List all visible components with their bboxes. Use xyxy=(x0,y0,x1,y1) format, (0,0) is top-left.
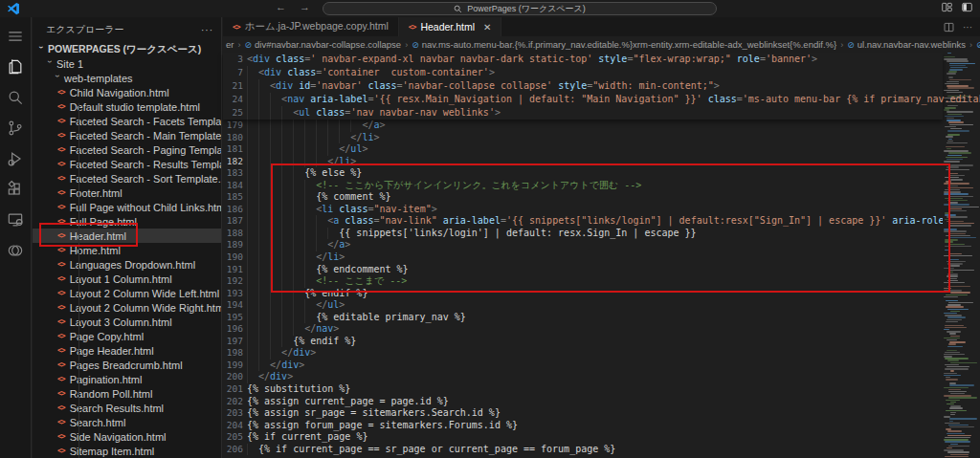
file-item[interactable]: <>Faceted Search - Main Template.html xyxy=(33,128,221,142)
symbol-element-icon: ⊘ xyxy=(412,40,419,50)
activity-remote-explorer-icon[interactable] xyxy=(0,205,32,235)
code-line-206[interactable]: 206{% if current_page == sr_page or curr… xyxy=(223,444,943,456)
code-line-3[interactable]: 3<div class=' navbar-expand-xl navbar na… xyxy=(223,53,943,66)
code-line-190[interactable]: 190</li> xyxy=(223,251,943,264)
code-line-204[interactable]: 204{% assign forum_page = sitemarkers.Fo… xyxy=(223,420,943,432)
close-icon[interactable]: ✕ xyxy=(483,22,491,33)
file-item[interactable]: <>Faceted Search - Results Template.html xyxy=(33,157,221,171)
customize-layout-icon[interactable] xyxy=(942,2,952,12)
code-line-192[interactable]: 192<!-- ここまで --> xyxy=(223,275,943,288)
file-item[interactable]: <>Faceted Search - Facets Template.html xyxy=(33,114,221,128)
code-line-199[interactable]: 199</div> xyxy=(223,360,943,372)
file-item[interactable]: <>Sitemap Item.html xyxy=(33,444,221,458)
code-line-21[interactable]: 21<div id='navbar' class='navbar-collaps… xyxy=(223,79,943,93)
code-line-186[interactable]: 186<li class="nav-item"> xyxy=(223,204,943,216)
code-line-193[interactable]: 193{% endif %} xyxy=(223,288,943,300)
line-content: {% endif %} xyxy=(247,336,356,348)
file-item[interactable]: <>Page Header.html xyxy=(33,343,221,358)
file-item[interactable]: <>Side Navigation.html xyxy=(33,429,221,444)
code-line-201[interactable]: 201{% substitution %} xyxy=(223,383,943,396)
code-line-181[interactable]: 181</ul> xyxy=(223,143,943,156)
code-line-194[interactable]: 194</ul> xyxy=(223,299,943,312)
file-item[interactable]: <>Faceted Search - Paging Template.html xyxy=(33,142,221,157)
explorer-sidebar: エクスプローラー ··· › POWERPAGES (ワークスペース) › Si… xyxy=(33,17,222,458)
file-item[interactable]: <>Layout 1 Column.html xyxy=(33,272,221,286)
breadcrumb-item[interactable]: ⊘div#navbar.navbar-collapse.collapse xyxy=(244,39,401,50)
activity-extensions-icon[interactable] xyxy=(0,174,32,205)
activity-run-debug-icon[interactable] xyxy=(0,143,32,174)
breadcrumb-item[interactable]: ⊘ul.nav.navbar-nav.weblinks xyxy=(847,39,966,50)
file-item[interactable]: <>Footer.html xyxy=(33,185,221,200)
file-item[interactable]: <>Pagination.html xyxy=(33,372,221,386)
file-item[interactable]: <>Layout 2 Column Wide Right.html xyxy=(33,300,221,315)
code-line-182[interactable]: 182</li> xyxy=(223,156,943,168)
tab-Header.html[interactable]: <>Header.html✕ xyxy=(399,17,502,36)
file-item[interactable]: <>Default studio template.html xyxy=(33,99,221,114)
code-line-200[interactable]: 200</div> xyxy=(223,371,943,383)
file-item[interactable]: <>Random Poll.html xyxy=(33,386,221,401)
forward-arrow-icon[interactable]: → xyxy=(300,1,310,12)
file-item[interactable]: <>Layout 2 Column Wide Left.html xyxy=(33,286,221,300)
file-item[interactable]: <>Home.html xyxy=(33,243,221,257)
code-line-187[interactable]: 187<a class="nav-link" aria-label='{{ sn… xyxy=(223,215,943,228)
code-line-203[interactable]: 203{% assign sr_page = sitemarkers.Searc… xyxy=(223,407,943,420)
back-arrow-icon[interactable]: ← xyxy=(276,1,286,12)
code-line-189[interactable]: 189</a> xyxy=(223,239,943,251)
line-number: 201 xyxy=(223,383,243,396)
file-item[interactable]: <>Search.html xyxy=(33,415,221,429)
workspace-root[interactable]: › POWERPAGES (ワークスペース) xyxy=(33,42,221,56)
file-item[interactable]: <>Pages Breadcrumb.html xyxy=(33,358,221,372)
file-item[interactable]: <>Search Results.html xyxy=(33,401,221,415)
activity-power-platform-icon[interactable] xyxy=(0,235,32,266)
code-line-179[interactable]: 179</a> xyxy=(223,120,943,132)
breadcrumb-item[interactable]: er xyxy=(226,39,234,50)
file-item[interactable]: <>Header.html xyxy=(33,229,221,243)
activity-source-control-icon[interactable] xyxy=(0,113,32,143)
code-line-205[interactable]: 205{% if current_page %} xyxy=(223,431,943,444)
activity-search-icon[interactable] xyxy=(0,82,32,113)
code-line-191[interactable]: 191{% endcomment %} xyxy=(223,264,943,276)
code-line-24[interactable]: 24<nav aria-label='{{ resx.Main_Navigati… xyxy=(223,93,943,106)
code-line-184[interactable]: 184<!-- ここから下がサインインリンク。これをコメントアウトで囲む --> xyxy=(223,180,943,192)
file-item[interactable]: <>Layout 3 Column.html xyxy=(33,315,221,329)
file-item[interactable]: <>Faceted Search - Sort Template.html xyxy=(33,171,221,185)
line-content: <!-- ここから下がサインインリンク。これをコメントアウトで囲む --> xyxy=(247,180,641,192)
code-line-183[interactable]: 183{% else %} xyxy=(223,167,943,180)
line-number: 205 xyxy=(223,431,243,444)
file-item[interactable]: <>Full Page.html xyxy=(33,214,221,229)
code-line-198[interactable]: 198</div> xyxy=(223,347,943,360)
code-line-197[interactable]: 197{% endif %} xyxy=(223,336,943,348)
file-item[interactable]: <>Page Copy.html xyxy=(33,329,221,343)
code-line-202[interactable]: 202{% assign current_page = page.id %} xyxy=(223,396,943,408)
file-name: Languages Dropdown.html xyxy=(70,259,195,271)
command-center-search[interactable]: PowerPages (ワークスペース) xyxy=(323,2,717,15)
code-line-185[interactable]: 185{% comment %} xyxy=(223,191,943,204)
file-item[interactable]: <>Languages Dropdown.html xyxy=(33,257,221,272)
code-editor[interactable]: 179</a>180</li>181</ul>182</li>183{% els… xyxy=(223,120,943,458)
code-line-196[interactable]: 196</nav> xyxy=(223,323,943,336)
folder-web-templates[interactable]: › web-templates xyxy=(33,71,221,85)
code-line-188[interactable]: 188{{ snippets['links/login'] | default:… xyxy=(223,228,943,240)
explorer-more-actions-icon[interactable]: ··· xyxy=(201,25,213,35)
breadcrumb-item[interactable]: ⊘nav.ms-auto.menu-bar.{%.if.primary_nav.… xyxy=(412,39,836,50)
line-content: {% assign forum_page = sitemarkers.Forum… xyxy=(247,420,518,432)
file-item[interactable]: <>Full Page without Child Links.html xyxy=(33,200,221,214)
line-number: 189 xyxy=(223,239,243,251)
file-item[interactable]: <>Child Navigation.html xyxy=(33,85,221,99)
line-number: 197 xyxy=(223,336,243,348)
folder-site1[interactable]: › Site 1 xyxy=(33,56,221,71)
toggle-panel-icon[interactable] xyxy=(962,2,972,12)
code-line-25[interactable]: 25<ul class='nav navbar-nav weblinks'> xyxy=(223,106,943,120)
code-line-7[interactable]: 7<div class='container custom-container'… xyxy=(223,66,943,79)
breadcrumb-item[interactable]: ⊘li.nav-item.dr xyxy=(976,39,980,50)
minimap[interactable] xyxy=(943,53,980,458)
split-editor-icon[interactable] xyxy=(944,22,954,33)
activity-menu-icon[interactable] xyxy=(0,21,32,52)
code-line-195[interactable]: 195{% editable primary_nav %} xyxy=(223,312,943,324)
activity-explorer-icon[interactable] xyxy=(0,52,32,82)
editor-more-actions-icon[interactable]: ··· xyxy=(963,22,972,33)
sticky-scroll[interactable]: 3<div class=' navbar-expand-xl navbar na… xyxy=(223,53,943,120)
tab-ホーム.ja-JP.webpage.copy.html[interactable]: <>ホーム.ja-JP.webpage.copy.html xyxy=(223,17,399,36)
code-line-180[interactable]: 180</li> xyxy=(223,132,943,144)
breadcrumb-label: nav.ms-auto.menu-bar.{%.if.primary_nav.e… xyxy=(422,39,837,50)
